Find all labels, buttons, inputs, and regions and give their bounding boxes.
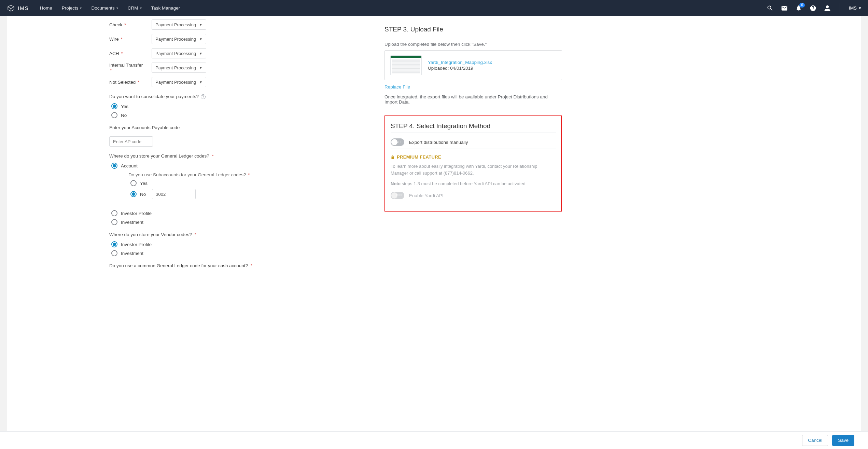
- radio-label: Investor Profile: [121, 242, 152, 247]
- replace-file-link[interactable]: Replace File: [384, 84, 410, 90]
- help-icon[interactable]: ?: [201, 94, 206, 99]
- caret-down-icon: ▼: [199, 23, 202, 27]
- question-text: Where do you store your Vendor codes?: [109, 232, 192, 237]
- user-icon[interactable]: [824, 5, 831, 12]
- file-uploaded: Uploaded: 04/01/2019: [428, 66, 492, 71]
- toggle-export-manual[interactable]: OFF: [391, 138, 404, 146]
- radio-label: Account: [121, 163, 138, 168]
- chevron-down-icon: ▾: [140, 6, 142, 10]
- divider: [391, 149, 556, 149]
- radio-consolidate-yes[interactable]: Yes: [111, 103, 376, 109]
- required-indicator: *: [110, 68, 112, 73]
- radio-vendor-investor-profile[interactable]: Investor Profile: [111, 241, 376, 247]
- radio-gl-investment[interactable]: Investment: [111, 219, 376, 225]
- brand-logo[interactable]: IMS: [7, 4, 29, 12]
- select-value: Payment Processing: [155, 37, 196, 42]
- save-button[interactable]: Save: [832, 435, 854, 446]
- radio-icon: [111, 210, 117, 216]
- select-value: Payment Processing: [155, 80, 196, 85]
- file-name-link[interactable]: Yardi_Integration_Mapping.xlsx: [428, 60, 492, 65]
- mail-icon[interactable]: [781, 5, 788, 12]
- nav-documents[interactable]: Documents▾: [91, 5, 118, 11]
- svg-marker-0: [8, 5, 14, 9]
- left-column: Check * Payment Processing▼ Wire * Payme…: [109, 16, 376, 272]
- chevron-down-icon: ▾: [80, 6, 82, 10]
- topnav: IMS Home Projects▾ Documents▾ CRM▾ Task …: [0, 0, 868, 16]
- gl-question: Where do you store your General Ledger c…: [109, 153, 376, 159]
- radio-label: No: [140, 192, 146, 197]
- select-check[interactable]: Payment Processing▼: [152, 19, 206, 30]
- nav-projects[interactable]: Projects▾: [62, 5, 82, 11]
- radio-label: Investment: [121, 251, 143, 256]
- cube-icon: [7, 4, 15, 12]
- radio-sub-yes[interactable]: Yes: [130, 180, 376, 186]
- field-label: Check *: [109, 22, 146, 27]
- required-indicator: *: [121, 37, 123, 42]
- subaccount-question: Do you use Subaccounts for your General …: [128, 172, 376, 177]
- bell-icon[interactable]: 6: [795, 5, 802, 12]
- radio-icon: [111, 241, 117, 247]
- toggle-export-manual-row: OFF Export distributions manually: [391, 138, 556, 146]
- step4-title: STEP 4. Select Integration Method: [391, 122, 556, 130]
- radio-icon: [111, 103, 117, 109]
- required-indicator: *: [251, 263, 252, 268]
- ap-code-input[interactable]: [109, 136, 153, 147]
- question-text: Do you use a common General Ledger code …: [109, 263, 248, 268]
- nav-label: CRM: [128, 5, 138, 11]
- select-value: Payment Processing: [155, 51, 196, 56]
- field-wire: Wire * Payment Processing▼: [109, 34, 376, 44]
- caret-down-icon: ▼: [199, 80, 202, 84]
- caret-down-icon: ▼: [199, 52, 202, 55]
- divider: [391, 133, 556, 133]
- radio-gl-investor-profile[interactable]: Investor Profile: [111, 210, 376, 216]
- field-label: Not Selected *: [109, 80, 146, 85]
- select-ach[interactable]: Payment Processing▼: [152, 48, 206, 58]
- right-column: STEP 3. Upload File Upload the completed…: [384, 16, 562, 272]
- sub-no-input[interactable]: [152, 189, 196, 199]
- search-icon[interactable]: [767, 5, 773, 12]
- select-value: Payment Processing: [155, 22, 196, 27]
- nav-task-manager[interactable]: Task Manager: [151, 5, 180, 11]
- brand-text: IMS: [18, 5, 29, 11]
- cancel-button[interactable]: Cancel: [802, 435, 828, 446]
- required-indicator: *: [138, 80, 139, 85]
- help-icon[interactable]: [810, 5, 816, 12]
- step3-title: STEP 3. Upload File: [384, 26, 562, 33]
- radio-label: Yes: [140, 181, 148, 186]
- nav-home[interactable]: Home: [40, 5, 52, 11]
- radio-gl-account[interactable]: Account: [111, 163, 376, 169]
- premium-text: PREMIUM FEATURE: [397, 154, 441, 160]
- consolidate-question: Do you want to consolidate your payments…: [109, 94, 376, 99]
- org-switcher[interactable]: IMS ▾: [849, 5, 861, 11]
- required-indicator: *: [212, 153, 214, 159]
- ap-label: Enter your Accounts Payable code: [109, 125, 376, 130]
- step4-card: STEP 4. Select Integration Method OFF Ex…: [384, 115, 562, 212]
- nav-crm[interactable]: CRM▾: [128, 5, 142, 11]
- nav-items: Home Projects▾ Documents▾ CRM▾ Task Mana…: [40, 5, 180, 11]
- radio-icon: [111, 219, 117, 225]
- chevron-down-icon: ▾: [859, 5, 861, 11]
- radio-icon: [111, 112, 117, 118]
- radio-label: Investment: [121, 220, 143, 225]
- question-text: Where do you store your General Ledger c…: [109, 153, 209, 159]
- radio-label: Investor Profile: [121, 211, 152, 216]
- premium-note: Note steps 1-3 must be completed before …: [391, 181, 556, 186]
- cash-question: Do you use a common General Ledger code …: [109, 263, 376, 268]
- step3-desc: Upload the completed file below then cli…: [384, 42, 562, 47]
- radio-label: No: [121, 113, 127, 118]
- toggle-label: Export distributions manually: [409, 140, 468, 145]
- required-indicator: *: [121, 51, 123, 56]
- select-not-selected[interactable]: Payment Processing▼: [152, 77, 206, 87]
- radio-icon: [130, 180, 137, 186]
- nav-label: Projects: [62, 5, 79, 11]
- toggle-state: OFF: [396, 140, 403, 144]
- org-label: IMS: [849, 5, 857, 11]
- radio-vendor-investment[interactable]: Investment: [111, 250, 376, 256]
- select-wire[interactable]: Payment Processing▼: [152, 34, 206, 44]
- nav-label: Home: [40, 5, 52, 11]
- radio-sub-no[interactable]: No: [130, 189, 376, 199]
- file-thumbnail: [390, 55, 422, 75]
- note-label: Note: [391, 181, 401, 186]
- select-internal-transfer[interactable]: Payment Processing▼: [152, 63, 206, 73]
- radio-consolidate-no[interactable]: No: [111, 112, 376, 118]
